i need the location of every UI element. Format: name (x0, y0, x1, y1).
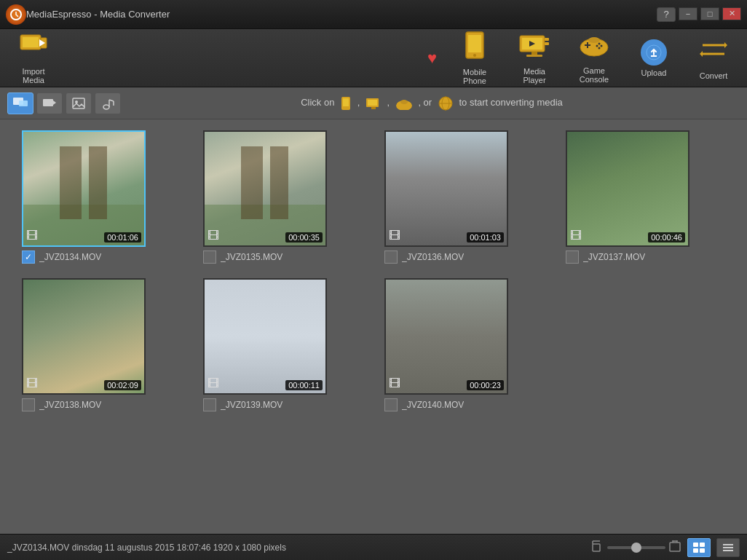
minimize-button[interactable]: − (679, 7, 697, 20)
filter-video-button[interactable] (36, 92, 63, 114)
maximize-button[interactable]: □ (700, 7, 719, 20)
svg-rect-40 (368, 100, 377, 106)
media-item-JVZ0140[interactable]: 🎞00:00:23_JVZ0140.MOV (384, 278, 544, 411)
svg-rect-14 (545, 42, 549, 45)
film-icon: 🎞 (26, 229, 38, 242)
filter-image-button[interactable] (66, 92, 92, 114)
upload-button[interactable]: Upload (628, 32, 680, 84)
svg-point-19 (601, 44, 603, 47)
svg-marker-25 (724, 42, 727, 48)
media-item-JVZ0136[interactable]: 🎞00:01:03_JVZ0136.MOV (384, 130, 544, 264)
thumbnail-image-JVZ0135 (205, 132, 325, 245)
svg-point-22 (588, 37, 600, 43)
media-label-row: _JVZ0134.MOV (22, 251, 146, 264)
checkbox-JVZ0138[interactable] (22, 398, 35, 411)
media-item-JVZ0137[interactable]: 🎞00:00:46_JVZ0137.MOV (566, 130, 725, 264)
media-label-row: _JVZ0139.MOV (203, 398, 327, 411)
media-item-JVZ0138[interactable]: 🎞00:02:09_JVZ0138.MOV (22, 278, 181, 411)
media-label-row: _JVZ0138.MOV (22, 398, 146, 411)
thumbnail-JVZ0136[interactable]: 🎞00:01:03 (384, 130, 508, 247)
media-label-row: _JVZ0135.MOV (203, 251, 327, 264)
list-view-button[interactable] (716, 538, 740, 557)
app-title: MediaEspresso - Media Converter (26, 9, 657, 20)
upload-label: Upload (641, 68, 667, 77)
film-icon: 🎞 (208, 377, 219, 390)
upload-icon (641, 39, 667, 66)
svg-line-35 (109, 100, 114, 101)
game-console-button[interactable]: Game Console (568, 32, 620, 84)
media-item-JVZ0135[interactable]: 🎞00:00:35_JVZ0135.MOV (203, 130, 363, 264)
import-label: Import Media (10, 67, 57, 84)
checkbox-JVZ0139[interactable] (203, 398, 216, 411)
thumbnail-JVZ0139[interactable]: 🎞00:00:11 (203, 278, 327, 395)
svg-rect-54 (270, 146, 288, 219)
media-item-JVZ0139[interactable]: 🎞00:00:11_JVZ0139.MOV (203, 278, 363, 411)
thumbnail-JVZ0140[interactable]: 🎞00:00:23 (384, 278, 508, 395)
zoom-slider[interactable] (607, 546, 665, 549)
filter-all-button[interactable] (7, 92, 33, 114)
import-icon (19, 32, 48, 64)
svg-marker-26 (700, 51, 703, 57)
svg-rect-13 (545, 38, 549, 41)
svg-rect-63 (700, 543, 705, 547)
checkbox-JVZ0140[interactable] (384, 398, 398, 411)
grid-view-button[interactable] (687, 538, 711, 557)
svg-rect-28 (19, 100, 28, 106)
zoom-out-icon[interactable] (591, 540, 604, 556)
thumbnail-JVZ0135[interactable]: 🎞00:00:35 (203, 130, 327, 247)
checkbox-JVZ0137[interactable] (566, 251, 579, 264)
thumbnail-JVZ0134[interactable]: 🎞00:01:06 (22, 130, 146, 247)
toolbar: Import Media ♥ Mobile Phone (0, 29, 747, 87)
checkbox-JVZ0136[interactable] (384, 251, 398, 264)
svg-rect-64 (693, 548, 698, 553)
duration-badge: 00:01:03 (467, 232, 504, 242)
svg-rect-49 (60, 146, 82, 219)
filename-JVZ0136: _JVZ0136.MOV (402, 252, 464, 262)
checkbox-JVZ0135[interactable] (203, 251, 216, 264)
media-grid: 🎞00:01:06_JVZ0134.MOV 🎞00:00:35_JVZ0135.… (22, 130, 725, 411)
title-bar: MediaEspresso - Media Converter ? − □ ✕ (0, 0, 747, 29)
thumbnail-JVZ0138[interactable]: 🎞00:02:09 (22, 278, 146, 395)
game-console-icon (579, 33, 609, 63)
status-bar: _JVZ0134.MOV dinsdag 11 augustus 2015 18… (0, 534, 747, 560)
help-button[interactable]: ? (657, 7, 676, 22)
app-logo (6, 4, 26, 25)
thumbnail-JVZ0137[interactable]: 🎞00:00:46 (566, 130, 689, 247)
duration-badge: 00:00:46 (648, 232, 685, 242)
zoom-thumb (631, 543, 641, 553)
thumbnail-image-JVZ0137 (567, 132, 688, 245)
media-grid-container: 🎞00:01:06_JVZ0134.MOV 🎞00:00:35_JVZ0135.… (0, 119, 747, 534)
thumbnail-image-JVZ0136 (386, 132, 507, 245)
svg-rect-6 (468, 35, 481, 52)
zoom-in-icon[interactable] (668, 540, 681, 556)
media-player-button[interactable]: Media Player (508, 32, 561, 84)
svg-rect-55 (593, 544, 600, 551)
media-label-row: _JVZ0137.MOV (566, 251, 689, 264)
filename-JVZ0140: _JVZ0140.MOV (402, 400, 464, 410)
media-player-label: Media Player (511, 67, 558, 84)
svg-marker-30 (53, 100, 56, 105)
svg-rect-50 (89, 146, 107, 219)
convert-button[interactable]: Convert (687, 32, 740, 84)
duration-badge: 00:00:11 (285, 380, 323, 390)
svg-rect-58 (670, 543, 680, 551)
filename-JVZ0135: _JVZ0135.MOV (221, 252, 282, 262)
svg-point-20 (598, 47, 601, 49)
filter-audio-button[interactable] (95, 92, 121, 114)
filename-JVZ0138: _JVZ0138.MOV (39, 400, 101, 410)
import-media-button[interactable]: Import Media (7, 32, 60, 84)
close-button[interactable]: ✕ (722, 7, 741, 20)
svg-rect-38 (343, 98, 349, 106)
svg-rect-31 (73, 98, 84, 109)
duration-badge: 00:00:23 (467, 380, 504, 390)
mobile-phone-button[interactable]: Mobile Phone (448, 32, 501, 84)
media-item-JVZ0134[interactable]: 🎞00:01:06_JVZ0134.MOV (22, 130, 181, 264)
filename-JVZ0139: _JVZ0139.MOV (221, 400, 282, 410)
checkbox-JVZ0134[interactable] (22, 251, 35, 264)
thumbnail-image-JVZ0138 (23, 280, 144, 393)
game-console-label: Game Console (571, 66, 617, 84)
mobile-icon (464, 31, 486, 65)
svg-point-21 (596, 44, 598, 47)
heart-icon: ♥ (427, 49, 437, 68)
duration-badge: 00:02:09 (104, 380, 141, 390)
